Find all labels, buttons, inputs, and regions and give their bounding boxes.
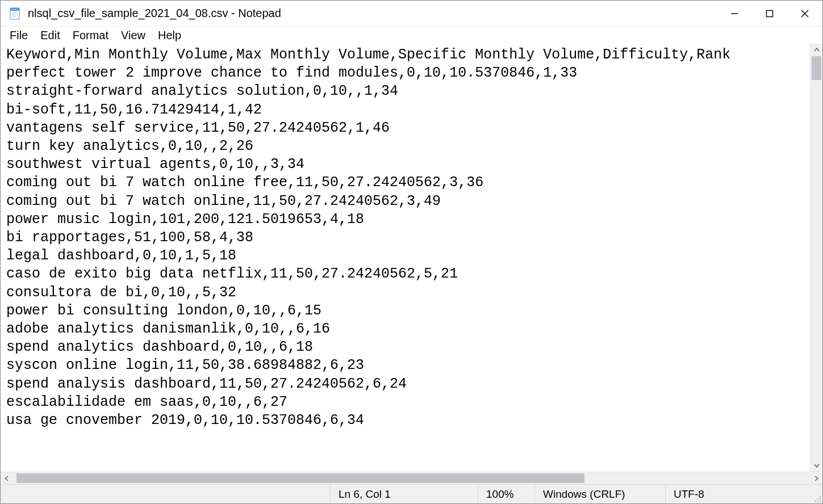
menu-help[interactable]: Help <box>152 28 187 43</box>
title-bar: nlsql_csv_file_sample_2021_04_08.csv - N… <box>1 1 822 27</box>
status-position: Ln 6, Col 1 <box>330 485 478 503</box>
horizontal-scroll-track[interactable] <box>13 472 810 484</box>
scroll-down-arrow-icon[interactable] <box>811 459 822 472</box>
window-title: nlsql_csv_file_sample_2021_04_08.csv - N… <box>28 7 281 20</box>
menu-view[interactable]: View <box>115 28 151 43</box>
svg-point-13 <box>820 496 821 497</box>
svg-point-16 <box>815 501 816 502</box>
maximize-button[interactable] <box>752 1 787 26</box>
text-editor[interactable]: Keyword,Min Monthly Volume,Max Monthly V… <box>1 44 810 472</box>
svg-point-5 <box>16 9 18 10</box>
close-button[interactable] <box>787 1 822 26</box>
menu-format[interactable]: Format <box>67 28 114 43</box>
vertical-scroll-thumb[interactable] <box>812 56 821 80</box>
status-encoding: UTF-8 <box>665 485 810 503</box>
status-eol: Windows (CRLF) <box>534 485 665 503</box>
editor-text[interactable]: Keyword,Min Monthly Volume,Max Monthly V… <box>6 46 809 430</box>
svg-point-14 <box>817 498 818 499</box>
svg-point-17 <box>817 501 818 502</box>
svg-rect-10 <box>767 10 773 16</box>
menu-bar: File Edit Format View Help <box>1 27 822 44</box>
status-zoom: 100% <box>478 485 534 503</box>
vertical-scrollbar[interactable] <box>810 44 822 472</box>
window-controls <box>717 1 822 26</box>
svg-point-4 <box>15 9 16 10</box>
status-blank <box>1 485 330 503</box>
horizontal-scrollbar[interactable] <box>1 472 822 484</box>
svg-point-2 <box>11 9 12 10</box>
scroll-right-arrow-icon[interactable] <box>810 472 822 484</box>
horizontal-scroll-thumb[interactable] <box>16 473 584 483</box>
menu-file[interactable]: File <box>4 28 34 43</box>
menu-edit[interactable]: Edit <box>35 28 65 43</box>
content-area: Keyword,Min Monthly Volume,Max Monthly V… <box>1 44 822 472</box>
scroll-up-arrow-icon[interactable] <box>811 44 822 56</box>
notepad-icon <box>9 7 22 20</box>
scroll-left-arrow-icon[interactable] <box>1 472 13 484</box>
minimize-button[interactable] <box>717 1 752 26</box>
svg-point-3 <box>13 9 14 10</box>
svg-point-15 <box>820 498 821 499</box>
resize-grip-icon[interactable] <box>810 485 822 503</box>
status-bar: Ln 6, Col 1 100% Windows (CRLF) UTF-8 <box>1 484 822 503</box>
svg-point-18 <box>820 501 821 502</box>
